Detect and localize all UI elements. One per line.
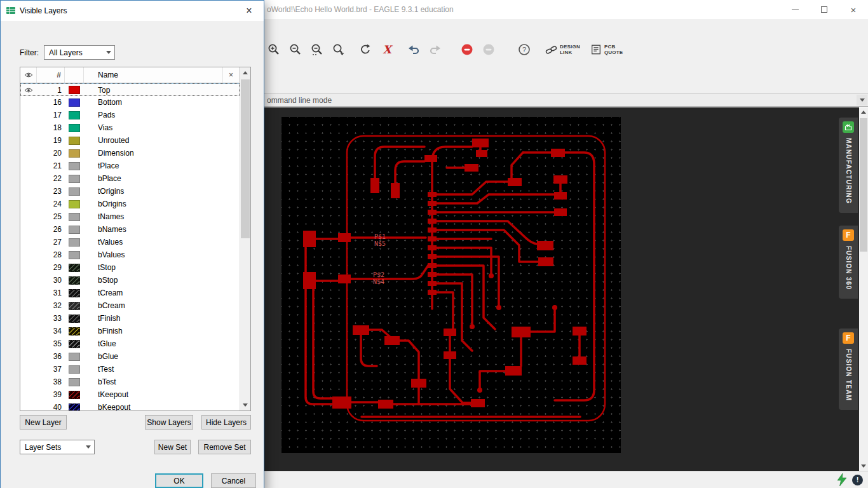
layer-row[interactable]: 17Pads [20, 109, 240, 121]
stop-button[interactable] [456, 39, 478, 60]
header-name[interactable]: Name [84, 67, 223, 83]
layer-color-swatch[interactable] [65, 353, 84, 361]
sidetab-fusion-team[interactable]: F FUSION TEAM [839, 329, 858, 410]
show-layers-button[interactable]: Show Layers [145, 415, 193, 430]
scroll-down-button[interactable] [859, 461, 868, 471]
layer-row[interactable]: 29tStop [20, 261, 240, 274]
layer-row[interactable]: 39tKeepout [20, 388, 240, 401]
layer-row[interactable]: 23tOrigins [20, 185, 240, 198]
layer-row[interactable]: 27tValues [20, 236, 240, 248]
zoom-fit-button[interactable] [328, 39, 349, 60]
layer-color-swatch[interactable] [65, 264, 84, 272]
layer-color-swatch[interactable] [65, 340, 84, 348]
sidetab-fusion-360[interactable]: F FUSION 360 [839, 226, 858, 299]
canvas-vertical-scrollbar[interactable] [859, 107, 868, 471]
remove-set-button[interactable]: Remove Set [198, 440, 251, 454]
layer-row[interactable]: 20Dimension [20, 147, 240, 159]
layer-color-swatch[interactable] [65, 187, 84, 196]
scroll-down-button[interactable] [240, 400, 250, 410]
undo-button[interactable] [403, 39, 424, 60]
layer-row[interactable]: 36bGlue [20, 350, 240, 363]
layer-color-swatch[interactable] [65, 365, 84, 374]
power-lightning-icon[interactable] [836, 473, 848, 487]
layer-color-swatch[interactable] [65, 378, 84, 386]
layer-color-swatch[interactable] [65, 149, 84, 158]
help-button[interactable]: ? [513, 39, 535, 60]
layer-row[interactable]: 40bKeepout [20, 401, 240, 410]
layer-color-swatch[interactable] [65, 175, 84, 183]
layer-row[interactable]: 16Bottom [20, 96, 240, 109]
layer-color-swatch[interactable] [65, 302, 84, 310]
layer-row[interactable]: 31tCream [20, 287, 240, 299]
layer-row[interactable]: 28bValues [20, 248, 240, 261]
layer-row[interactable]: 38bTest [20, 376, 240, 388]
close-button[interactable]: × [839, 0, 868, 19]
ok-button[interactable]: OK [155, 473, 203, 488]
layer-row[interactable]: 35tGlue [20, 337, 240, 350]
dialog-close-button[interactable]: × [240, 5, 259, 17]
dialog-titlebar[interactable]: Visible Layers × [1, 1, 264, 21]
sidetab-manufacturing[interactable]: MANUFACTURING [839, 118, 858, 213]
layer-row[interactable]: 26bNames [20, 223, 240, 236]
layer-row[interactable]: 18Vias [20, 121, 240, 134]
layer-color-swatch[interactable] [65, 137, 84, 145]
layer-color-swatch[interactable] [65, 276, 84, 285]
layer-color-swatch[interactable] [65, 213, 84, 221]
header-clear-button[interactable]: × [223, 67, 240, 83]
layer-row[interactable]: 1Top [20, 83, 240, 96]
layer-color-swatch[interactable] [65, 391, 84, 399]
layer-color-swatch[interactable] [65, 251, 84, 259]
zoom-select-button[interactable] [306, 39, 328, 60]
hide-layers-button[interactable]: Hide Layers [201, 415, 251, 430]
layer-visible-eye-icon[interactable] [20, 87, 37, 93]
command-line-dropdown-button[interactable] [857, 95, 867, 105]
layer-row[interactable]: 19Unrouted [20, 134, 240, 147]
layer-color-swatch[interactable] [65, 315, 84, 323]
stop-disabled-button[interactable] [478, 39, 499, 60]
red-x-button[interactable]: X [376, 39, 398, 60]
layer-row[interactable]: 37tTest [20, 363, 240, 376]
pcb-top-layer-drawing: P$1 N$5 P$2 N$4 [281, 117, 621, 453]
layer-color-swatch[interactable] [65, 124, 84, 132]
scroll-up-button[interactable] [240, 67, 250, 78]
redo-button[interactable] [424, 39, 446, 60]
pcb-quote-button[interactable]: PCBQUOTE [585, 39, 628, 60]
layer-color-swatch[interactable] [65, 289, 84, 297]
layer-row[interactable]: 24bOrigins [20, 198, 240, 210]
design-link-button[interactable]: DESIGNLINK [540, 39, 585, 60]
layer-color-swatch[interactable] [65, 403, 84, 411]
pcb-board-area[interactable]: P$1 N$5 P$2 N$4 [281, 117, 621, 453]
new-set-button[interactable]: New Set [154, 440, 191, 454]
scrollbar-thumb[interactable] [860, 118, 867, 252]
scrollbar-thumb[interactable] [241, 79, 250, 238]
layer-color-swatch[interactable] [65, 111, 84, 119]
layers-table-scrollbar[interactable] [240, 67, 250, 410]
cancel-button[interactable]: Cancel [211, 473, 256, 488]
redraw-button[interactable] [355, 39, 376, 60]
layer-sets-dropdown[interactable]: Layer Sets [20, 440, 95, 454]
layer-row[interactable]: 22bPlace [20, 172, 240, 185]
alert-icon[interactable]: ! [852, 475, 863, 485]
layer-color-swatch[interactable] [65, 200, 84, 208]
layer-row[interactable]: 30bStop [20, 274, 240, 287]
layer-row[interactable]: 32bCream [20, 299, 240, 312]
layer-color-swatch[interactable] [65, 226, 84, 234]
layer-row[interactable]: 21tPlace [20, 159, 240, 172]
filter-dropdown[interactable]: All Layers [44, 45, 115, 60]
layer-color-swatch[interactable] [65, 327, 84, 336]
layer-color-swatch[interactable] [65, 162, 84, 170]
maximize-button[interactable] [810, 0, 839, 19]
layer-color-swatch[interactable] [65, 238, 84, 247]
header-visibility-eye-icon[interactable] [20, 67, 37, 83]
layer-row[interactable]: 33tFinish [20, 312, 240, 325]
layer-row[interactable]: 34bFinish [20, 325, 240, 337]
layer-color-swatch[interactable] [65, 98, 84, 107]
header-number[interactable]: # [37, 67, 65, 83]
new-layer-button[interactable]: New Layer [20, 415, 67, 430]
minimize-button[interactable] [780, 0, 810, 19]
layer-color-swatch[interactable] [65, 86, 84, 94]
scroll-up-button[interactable] [859, 107, 868, 117]
zoom-in-button[interactable] [263, 39, 285, 60]
zoom-out-button[interactable] [285, 39, 306, 60]
layer-row[interactable]: 25tNames [20, 210, 240, 223]
